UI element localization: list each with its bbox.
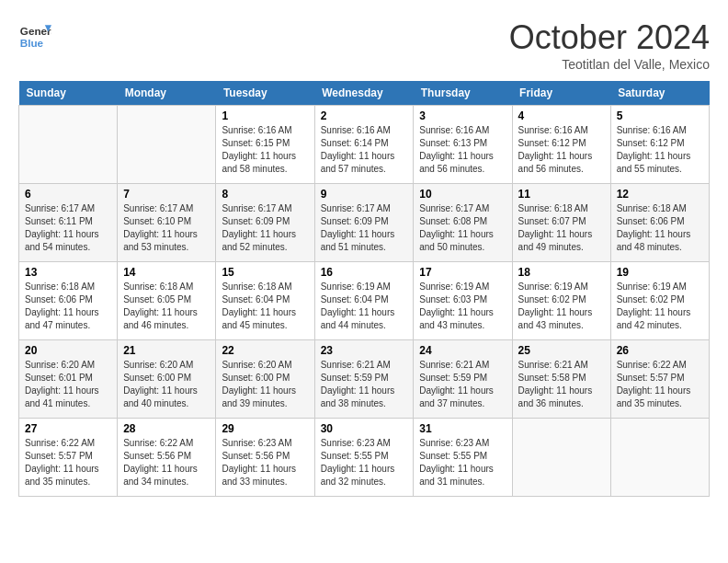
day-info: Sunrise: 6:17 AM Sunset: 6:10 PM Dayligh… (123, 202, 210, 254)
calendar-cell: 27Sunrise: 6:22 AM Sunset: 5:57 PM Dayli… (19, 419, 118, 497)
calendar-cell (19, 106, 118, 184)
day-number: 30 (321, 422, 408, 435)
day-number: 4 (518, 109, 605, 122)
calendar-cell: 16Sunrise: 6:19 AM Sunset: 6:04 PM Dayli… (314, 262, 414, 340)
day-info: Sunrise: 6:17 AM Sunset: 6:09 PM Dayligh… (321, 202, 408, 254)
day-info: Sunrise: 6:21 AM Sunset: 5:58 PM Dayligh… (518, 359, 605, 410)
day-number: 5 (617, 109, 703, 122)
day-number: 9 (321, 188, 408, 201)
day-info: Sunrise: 6:23 AM Sunset: 5:56 PM Dayligh… (222, 437, 308, 488)
day-number: 11 (518, 188, 605, 201)
day-info: Sunrise: 6:21 AM Sunset: 5:59 PM Dayligh… (419, 359, 506, 410)
weekday-header-tuesday: Tuesday (216, 81, 314, 106)
calendar-cell: 20Sunrise: 6:20 AM Sunset: 6:01 PM Dayli… (19, 340, 118, 419)
calendar-cell: 11Sunrise: 6:18 AM Sunset: 6:07 PM Dayli… (512, 184, 610, 262)
title-area: October 2024 Teotitlan del Valle, Mexico (509, 18, 710, 72)
day-info: Sunrise: 6:17 AM Sunset: 6:11 PM Dayligh… (25, 202, 111, 254)
calendar-cell: 13Sunrise: 6:18 AM Sunset: 6:06 PM Dayli… (19, 262, 118, 340)
calendar-cell: 14Sunrise: 6:18 AM Sunset: 6:05 PM Dayli… (118, 262, 216, 340)
weekday-header-monday: Monday (118, 81, 216, 106)
day-info: Sunrise: 6:22 AM Sunset: 5:56 PM Dayligh… (123, 437, 210, 488)
calendar-cell: 3Sunrise: 6:16 AM Sunset: 6:13 PM Daylig… (414, 106, 512, 184)
weekday-header-saturday: Saturday (610, 81, 709, 106)
day-info: Sunrise: 6:19 AM Sunset: 6:04 PM Dayligh… (321, 281, 408, 332)
day-info: Sunrise: 6:16 AM Sunset: 6:13 PM Dayligh… (419, 124, 506, 176)
day-number: 21 (123, 344, 210, 357)
day-info: Sunrise: 6:19 AM Sunset: 6:02 PM Dayligh… (617, 281, 703, 332)
calendar-cell: 30Sunrise: 6:23 AM Sunset: 5:55 PM Dayli… (314, 419, 414, 497)
week-row-1: 1Sunrise: 6:16 AM Sunset: 6:15 PM Daylig… (19, 106, 710, 184)
day-info: Sunrise: 6:20 AM Sunset: 6:01 PM Dayligh… (25, 359, 111, 410)
day-number: 7 (123, 188, 210, 201)
day-info: Sunrise: 6:18 AM Sunset: 6:06 PM Dayligh… (25, 281, 111, 332)
day-info: Sunrise: 6:17 AM Sunset: 6:09 PM Dayligh… (222, 202, 308, 254)
day-number: 23 (321, 344, 408, 357)
week-row-2: 6Sunrise: 6:17 AM Sunset: 6:11 PM Daylig… (19, 184, 710, 262)
day-number: 2 (321, 109, 408, 122)
calendar-cell: 28Sunrise: 6:22 AM Sunset: 5:56 PM Dayli… (118, 419, 216, 497)
day-number: 8 (222, 188, 308, 201)
logo: General Blue (18, 18, 55, 52)
day-info: Sunrise: 6:18 AM Sunset: 6:06 PM Dayligh… (617, 202, 703, 254)
day-number: 12 (617, 188, 703, 201)
day-info: Sunrise: 6:19 AM Sunset: 6:03 PM Dayligh… (419, 281, 506, 332)
day-info: Sunrise: 6:18 AM Sunset: 6:07 PM Dayligh… (518, 202, 605, 254)
calendar-cell: 6Sunrise: 6:17 AM Sunset: 6:11 PM Daylig… (19, 184, 118, 262)
day-number: 3 (419, 109, 506, 122)
calendar-cell (512, 419, 610, 497)
day-info: Sunrise: 6:20 AM Sunset: 6:00 PM Dayligh… (123, 359, 210, 410)
day-number: 29 (222, 422, 308, 435)
day-info: Sunrise: 6:16 AM Sunset: 6:12 PM Dayligh… (617, 124, 703, 176)
calendar-cell: 31Sunrise: 6:23 AM Sunset: 5:55 PM Dayli… (414, 419, 512, 497)
day-number: 27 (25, 422, 111, 435)
day-number: 1 (222, 109, 308, 122)
location: Teotitlan del Valle, Mexico (509, 57, 710, 72)
day-number: 20 (25, 344, 111, 357)
day-info: Sunrise: 6:17 AM Sunset: 6:08 PM Dayligh… (419, 202, 506, 254)
calendar-cell: 26Sunrise: 6:22 AM Sunset: 5:57 PM Dayli… (610, 340, 709, 419)
day-number: 31 (419, 422, 506, 435)
calendar-cell: 17Sunrise: 6:19 AM Sunset: 6:03 PM Dayli… (414, 262, 512, 340)
calendar-cell: 8Sunrise: 6:17 AM Sunset: 6:09 PM Daylig… (216, 184, 314, 262)
day-number: 18 (518, 266, 605, 279)
weekday-header-thursday: Thursday (414, 81, 512, 106)
calendar-cell: 10Sunrise: 6:17 AM Sunset: 6:08 PM Dayli… (414, 184, 512, 262)
calendar-cell (118, 106, 216, 184)
calendar-cell: 7Sunrise: 6:17 AM Sunset: 6:10 PM Daylig… (118, 184, 216, 262)
day-number: 17 (419, 266, 506, 279)
day-info: Sunrise: 6:22 AM Sunset: 5:57 PM Dayligh… (617, 359, 703, 410)
day-info: Sunrise: 6:20 AM Sunset: 6:00 PM Dayligh… (222, 359, 308, 410)
day-info: Sunrise: 6:18 AM Sunset: 6:05 PM Dayligh… (123, 281, 210, 332)
header: General Blue October 2024 Teotitlan del … (18, 18, 710, 72)
day-info: Sunrise: 6:22 AM Sunset: 5:57 PM Dayligh… (25, 437, 111, 488)
day-info: Sunrise: 6:16 AM Sunset: 6:14 PM Dayligh… (321, 124, 408, 176)
logo-icon: General Blue (18, 18, 51, 52)
day-number: 13 (25, 266, 111, 279)
calendar-cell: 29Sunrise: 6:23 AM Sunset: 5:56 PM Dayli… (216, 419, 314, 497)
day-number: 28 (123, 422, 210, 435)
day-number: 24 (419, 344, 506, 357)
calendar-cell: 2Sunrise: 6:16 AM Sunset: 6:14 PM Daylig… (314, 106, 414, 184)
calendar-cell: 24Sunrise: 6:21 AM Sunset: 5:59 PM Dayli… (414, 340, 512, 419)
calendar-cell: 22Sunrise: 6:20 AM Sunset: 6:00 PM Dayli… (216, 340, 314, 419)
day-number: 19 (617, 266, 703, 279)
day-info: Sunrise: 6:23 AM Sunset: 5:55 PM Dayligh… (419, 437, 506, 488)
day-info: Sunrise: 6:16 AM Sunset: 6:12 PM Dayligh… (518, 124, 605, 176)
calendar-cell: 18Sunrise: 6:19 AM Sunset: 6:02 PM Dayli… (512, 262, 610, 340)
calendar-cell: 23Sunrise: 6:21 AM Sunset: 5:59 PM Dayli… (314, 340, 414, 419)
week-row-3: 13Sunrise: 6:18 AM Sunset: 6:06 PM Dayli… (19, 262, 710, 340)
day-number: 26 (617, 344, 703, 357)
day-info: Sunrise: 6:21 AM Sunset: 5:59 PM Dayligh… (321, 359, 408, 410)
calendar-cell: 4Sunrise: 6:16 AM Sunset: 6:12 PM Daylig… (512, 106, 610, 184)
svg-text:Blue: Blue (20, 37, 44, 49)
week-row-4: 20Sunrise: 6:20 AM Sunset: 6:01 PM Dayli… (19, 340, 710, 419)
week-row-5: 27Sunrise: 6:22 AM Sunset: 5:57 PM Dayli… (19, 419, 710, 497)
day-number: 16 (321, 266, 408, 279)
day-number: 10 (419, 188, 506, 201)
weekday-header-wednesday: Wednesday (314, 81, 414, 106)
day-info: Sunrise: 6:16 AM Sunset: 6:15 PM Dayligh… (222, 124, 308, 176)
day-number: 25 (518, 344, 605, 357)
weekday-header-row: SundayMondayTuesdayWednesdayThursdayFrid… (19, 81, 710, 106)
day-number: 15 (222, 266, 308, 279)
calendar-cell: 21Sunrise: 6:20 AM Sunset: 6:00 PM Dayli… (118, 340, 216, 419)
